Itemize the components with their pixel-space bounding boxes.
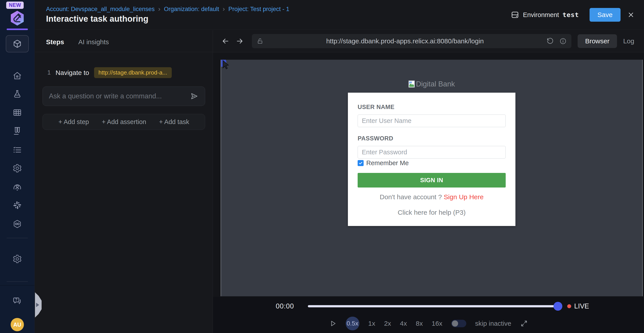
speed-0-5x[interactable]: 0.5x	[346, 317, 360, 330]
environment-value: test	[562, 11, 579, 18]
playback-controls: 0.5x 1x 2x 4x 8x 16x skip inactive	[213, 316, 644, 333]
command-input[interactable]	[49, 92, 190, 100]
live-label: LIVE	[574, 302, 589, 310]
remember-me-checkbox[interactable]	[358, 160, 364, 166]
fullscreen-button[interactable]	[520, 320, 528, 328]
step-target-pill[interactable]: http://stage.dbank.prod-a...	[94, 67, 172, 78]
checkmark-icon	[358, 161, 363, 165]
sidebar-item-support[interactable]: ?	[6, 292, 29, 309]
speed-16x[interactable]: 16x	[432, 320, 442, 327]
back-button[interactable]	[221, 37, 230, 45]
username-field[interactable]	[358, 114, 506, 127]
signup-row: Don't have account ? Sign Up Here	[358, 193, 506, 201]
speed-4x[interactable]: 4x	[400, 320, 407, 327]
step-number: 1	[47, 69, 51, 76]
speed-2x[interactable]: 2x	[384, 320, 391, 327]
sidebar-item-settings[interactable]	[6, 250, 29, 268]
sidebar-item-slack[interactable]	[6, 197, 29, 214]
sidebar-item-tests[interactable]	[6, 85, 29, 103]
sign-in-button[interactable]: SIGN IN	[358, 173, 506, 188]
sidebar-item-task-list[interactable]	[6, 141, 29, 159]
sidebar-item-modules[interactable]	[6, 35, 29, 52]
sidebar-item-config[interactable]	[6, 160, 29, 177]
avatar[interactable]: AU	[10, 318, 24, 331]
sidebar-item-home[interactable]	[6, 67, 29, 84]
help-link[interactable]: Click here for help (P3)	[358, 209, 506, 216]
settings-gear-icon	[12, 254, 22, 264]
help-chat-icon: ?	[12, 296, 22, 306]
play-icon	[329, 320, 337, 328]
send-icon[interactable]	[190, 92, 199, 101]
tab-ai-insights[interactable]: AI insights	[78, 38, 109, 46]
tab-log[interactable]: Log	[618, 34, 639, 48]
browser-viewport[interactable]: Digital Bank USER NAME PASSWORD	[221, 60, 643, 296]
remote-cursor	[221, 60, 227, 68]
save-button[interactable]: Save	[590, 8, 620, 22]
url-actions	[547, 37, 566, 45]
environment-drive-icon	[510, 10, 520, 19]
speed-8x[interactable]: 8x	[416, 320, 423, 327]
browser-toolbar: http://stage.dbank.prod-apps.relicx.ai:8…	[213, 30, 644, 52]
chevron-right-icon	[36, 303, 39, 307]
toggle-knob	[452, 321, 458, 327]
grid-icon	[12, 108, 22, 117]
sidebar: NEW	[0, 0, 35, 333]
password-label: PASSWORD	[358, 135, 506, 142]
sidebar-item-test-runs[interactable]	[6, 122, 29, 140]
breadcrumb-organization[interactable]: Organization: default	[164, 6, 219, 12]
view-tabs: Browser Log	[578, 34, 639, 48]
tab-steps[interactable]: Steps	[46, 38, 64, 46]
arrow-left-icon	[221, 37, 230, 45]
skip-inactive-toggle[interactable]	[451, 320, 466, 327]
site-logo-alt-text: Digital Bank	[416, 80, 455, 88]
password-field[interactable]	[358, 146, 506, 159]
timeline-row: 00:00 LIVE	[213, 297, 644, 316]
add-assertion-button[interactable]: + Add assertion	[102, 118, 146, 126]
reload-icon[interactable]	[547, 37, 554, 45]
tab-browser[interactable]: Browser	[578, 34, 617, 48]
add-task-button[interactable]: + Add task	[159, 118, 189, 126]
expand-icon	[520, 320, 528, 328]
slack-icon	[12, 200, 22, 210]
forward-button[interactable]	[236, 37, 244, 45]
play-button[interactable]	[329, 320, 337, 328]
sidebar-item-user-search[interactable]	[6, 178, 29, 195]
user-search-icon	[12, 182, 22, 192]
checklist-icon	[12, 145, 22, 155]
url-text[interactable]: http://stage.dbank.prod-apps.relicx.ai:8…	[263, 37, 547, 45]
header-actions: Environment test Save	[510, 0, 635, 30]
header: Account: Devspace_all_module_licenses › …	[35, 0, 644, 30]
browser-panel: http://stage.dbank.prod-apps.relicx.ai:8…	[213, 30, 644, 333]
signup-link[interactable]: Sign Up Here	[444, 193, 484, 201]
environment-selector[interactable]: Environment test	[510, 10, 579, 19]
timeline-slider[interactable]	[308, 305, 558, 307]
close-icon	[627, 11, 635, 18]
breadcrumb-account[interactable]: Account: Devspace_all_module_licenses	[46, 6, 155, 12]
breadcrumb-project[interactable]: Project: Test project - 1	[228, 6, 290, 12]
broken-image-icon	[408, 80, 415, 88]
sidebar-item-integrations[interactable]	[6, 215, 29, 233]
sidebar-item-suites[interactable]	[6, 104, 29, 121]
info-icon[interactable]	[560, 37, 566, 45]
close-button[interactable]	[627, 11, 635, 18]
breadcrumb: Account: Devspace_all_module_licenses › …	[46, 6, 290, 12]
sidebar-section-line	[0, 285, 34, 286]
content: Steps AI insights 1 Navigate to http://s…	[35, 30, 644, 333]
steps-tabs: Steps AI insights	[35, 30, 213, 52]
stage: Digital Bank USER NAME PASSWORD	[213, 52, 644, 297]
add-step-button[interactable]: + Add step	[58, 118, 89, 126]
arrow-right-icon	[236, 37, 244, 45]
sidebar-divider	[7, 282, 28, 282]
app-logo[interactable]	[9, 10, 26, 27]
speed-1x[interactable]: 1x	[368, 320, 375, 327]
hexagon-link-icon	[12, 219, 22, 229]
remember-me-row: Remember Me	[358, 159, 506, 167]
site-logo: Digital Bank	[221, 80, 642, 88]
package-icon	[12, 39, 22, 49]
flask-icon	[12, 89, 22, 99]
username-label: USER NAME	[358, 104, 506, 111]
url-bar[interactable]: http://stage.dbank.prod-apps.relicx.ai:8…	[252, 34, 572, 48]
step-item[interactable]: 1 Navigate to http://stage.dbank.prod-a.…	[47, 67, 213, 78]
slider-thumb[interactable]	[554, 302, 562, 311]
steps-panel: Steps AI insights 1 Navigate to http://s…	[35, 30, 213, 333]
